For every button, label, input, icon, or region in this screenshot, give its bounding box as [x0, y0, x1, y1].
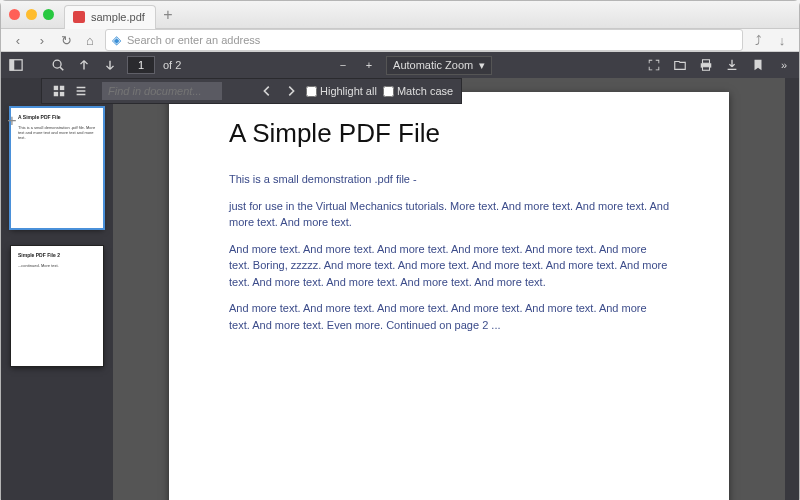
new-tab-button[interactable]: +	[156, 6, 180, 24]
svg-rect-1	[10, 60, 14, 71]
shield-icon: ◈	[112, 33, 121, 47]
page-paragraph: And more text. And more text. And more t…	[229, 241, 669, 291]
reload-button[interactable]: ↻	[57, 33, 75, 48]
forward-button[interactable]: ›	[33, 33, 51, 48]
print-button[interactable]	[697, 56, 715, 74]
match-case-label: Match case	[397, 85, 453, 97]
page-paragraph: just for use in the Virtual Mechanics tu…	[229, 198, 669, 231]
right-strip	[785, 78, 799, 500]
home-button[interactable]: ⌂	[81, 33, 99, 48]
pdf-file-icon	[73, 11, 85, 23]
pdf-page-1: A Simple PDF File This is a small demons…	[169, 92, 729, 500]
pdf-viewer: + of 2 − + Automatic Zoom ▾ »	[1, 52, 799, 500]
svg-point-2	[53, 60, 61, 68]
svg-rect-7	[54, 86, 58, 90]
find-prev-button[interactable]	[258, 82, 276, 100]
svg-rect-6	[703, 67, 710, 71]
share-button[interactable]: ⤴	[749, 33, 767, 48]
svg-rect-4	[703, 60, 710, 64]
zoom-in-button[interactable]: +	[360, 56, 378, 74]
open-file-button[interactable]	[671, 56, 689, 74]
highlight-all-checkbox[interactable]: Highlight all	[306, 85, 377, 97]
window-controls	[9, 9, 54, 20]
find-bar: Highlight all Match case	[41, 78, 462, 104]
svg-rect-8	[60, 86, 64, 90]
thumbnail-page-2[interactable]: Simple PDF File 2 ...continued. More tex…	[11, 246, 103, 366]
page-count-label: of 2	[163, 59, 181, 71]
page-paragraph: And more text. And more text. And more t…	[229, 300, 669, 333]
zoom-select-label: Automatic Zoom	[393, 59, 473, 71]
sidebar-add-button[interactable]: +	[1, 110, 23, 132]
next-page-button[interactable]	[101, 56, 119, 74]
toggle-sidebar-button[interactable]	[7, 56, 25, 74]
maximize-window-button[interactable]	[43, 9, 54, 20]
page-paragraph: This is a small demonstration .pdf file …	[229, 171, 669, 188]
tab-title: sample.pdf	[91, 11, 145, 23]
find-next-button[interactable]	[282, 82, 300, 100]
browser-tab[interactable]: sample.pdf	[64, 5, 156, 29]
pdf-toolbar: of 2 − + Automatic Zoom ▾ »	[1, 52, 799, 78]
presentation-button[interactable]	[645, 56, 663, 74]
highlight-all-label: Highlight all	[320, 85, 377, 97]
document-area[interactable]: A Simple PDF File This is a small demons…	[113, 78, 785, 500]
window-titlebar: sample.pdf +	[1, 1, 799, 29]
zoom-out-button[interactable]: −	[334, 56, 352, 74]
pdf-body: A Simple PDF File This is a small demons…	[1, 78, 799, 500]
thumbnails-view-button[interactable]	[50, 82, 68, 100]
address-placeholder: Search or enter an address	[127, 34, 260, 46]
svg-rect-10	[60, 92, 64, 96]
svg-rect-9	[54, 92, 58, 96]
download-button[interactable]	[723, 56, 741, 74]
close-window-button[interactable]	[9, 9, 20, 20]
download-toolbar-button[interactable]: ↓	[773, 33, 791, 48]
minimize-window-button[interactable]	[26, 9, 37, 20]
page-title: A Simple PDF File	[229, 114, 669, 153]
prev-page-button[interactable]	[75, 56, 93, 74]
bookmark-button[interactable]	[749, 56, 767, 74]
browser-toolbar: ‹ › ↻ ⌂ ◈ Search or enter an address ⤴ ↓	[1, 29, 799, 52]
browser-window: sample.pdf + ‹ › ↻ ⌂ ◈ Search or enter a…	[0, 0, 800, 500]
current-page-input[interactable]	[127, 56, 155, 74]
zoom-select[interactable]: Automatic Zoom ▾	[386, 56, 492, 75]
svg-line-3	[60, 67, 63, 70]
match-case-checkbox[interactable]: Match case	[383, 85, 453, 97]
thumbnail-sidebar: A Simple PDF File This is a small demons…	[1, 78, 113, 500]
tools-menu-button[interactable]: »	[775, 56, 793, 74]
find-button[interactable]	[49, 56, 67, 74]
back-button[interactable]: ‹	[9, 33, 27, 48]
address-bar[interactable]: ◈ Search or enter an address	[105, 29, 743, 51]
find-input[interactable]	[102, 82, 222, 100]
thumbnail-page-1[interactable]: A Simple PDF File This is a small demons…	[11, 108, 103, 228]
outline-view-button[interactable]	[72, 82, 90, 100]
